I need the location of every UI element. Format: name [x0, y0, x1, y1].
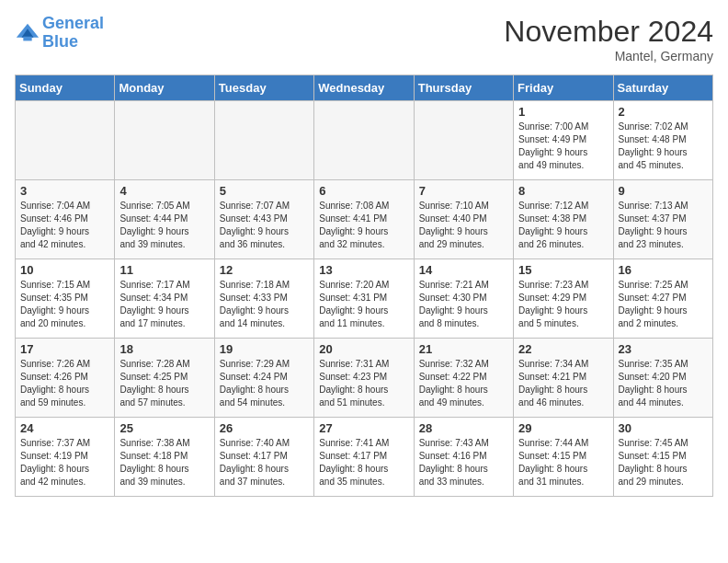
day-info: Sunrise: 7:08 AM Sunset: 4:41 PM Dayligh… [319, 200, 408, 251]
location: Mantel, Germany [504, 49, 713, 63]
day-info: Sunrise: 7:20 AM Sunset: 4:31 PM Dayligh… [319, 279, 408, 330]
day-info: Sunrise: 7:10 AM Sunset: 4:40 PM Dayligh… [419, 200, 508, 251]
calendar-cell: 3Sunrise: 7:04 AM Sunset: 4:46 PM Daylig… [16, 180, 115, 259]
logo: General Blue [15, 15, 104, 52]
weekday-header-friday: Friday [514, 75, 613, 101]
calendar-cell: 24Sunrise: 7:37 AM Sunset: 4:19 PM Dayli… [16, 418, 115, 497]
day-info: Sunrise: 7:15 AM Sunset: 4:35 PM Dayligh… [20, 279, 109, 330]
day-info: Sunrise: 7:32 AM Sunset: 4:22 PM Dayligh… [419, 358, 508, 409]
calendar-cell: 22Sunrise: 7:34 AM Sunset: 4:21 PM Dayli… [514, 339, 613, 418]
day-info: Sunrise: 7:35 AM Sunset: 4:20 PM Dayligh… [619, 358, 708, 409]
day-number: 6 [319, 184, 408, 198]
calendar-cell [314, 101, 414, 180]
day-info: Sunrise: 7:34 AM Sunset: 4:21 PM Dayligh… [518, 358, 608, 409]
calendar-cell [115, 101, 214, 180]
day-number: 13 [319, 263, 408, 277]
calendar-week-row: 3Sunrise: 7:04 AM Sunset: 4:46 PM Daylig… [16, 180, 713, 259]
calendar-cell: 27Sunrise: 7:41 AM Sunset: 4:17 PM Dayli… [314, 418, 414, 497]
calendar-cell: 29Sunrise: 7:44 AM Sunset: 4:15 PM Dayli… [514, 418, 613, 497]
day-info: Sunrise: 7:02 AM Sunset: 4:48 PM Dayligh… [619, 121, 708, 172]
day-number: 4 [119, 184, 209, 198]
day-number: 5 [220, 184, 309, 198]
day-info: Sunrise: 7:43 AM Sunset: 4:16 PM Dayligh… [419, 437, 508, 488]
day-number: 12 [220, 263, 309, 277]
day-info: Sunrise: 7:13 AM Sunset: 4:37 PM Dayligh… [619, 200, 708, 251]
calendar-cell: 6Sunrise: 7:08 AM Sunset: 4:41 PM Daylig… [314, 180, 414, 259]
day-number: 17 [20, 342, 109, 356]
day-number: 10 [20, 263, 109, 277]
day-info: Sunrise: 7:04 AM Sunset: 4:46 PM Dayligh… [20, 200, 109, 251]
day-number: 29 [518, 421, 608, 435]
calendar-table: SundayMondayTuesdayWednesdayThursdayFrid… [15, 75, 713, 497]
day-number: 18 [119, 342, 209, 356]
weekday-header-thursday: Thursday [414, 75, 513, 101]
day-number: 30 [619, 421, 708, 435]
weekday-header-tuesday: Tuesday [214, 75, 313, 101]
calendar-cell [214, 101, 313, 180]
calendar-cell: 4Sunrise: 7:05 AM Sunset: 4:44 PM Daylig… [115, 180, 214, 259]
calendar-cell: 14Sunrise: 7:21 AM Sunset: 4:30 PM Dayli… [414, 259, 513, 339]
calendar-cell: 18Sunrise: 7:28 AM Sunset: 4:25 PM Dayli… [115, 339, 214, 418]
calendar-cell: 21Sunrise: 7:32 AM Sunset: 4:22 PM Dayli… [414, 339, 513, 418]
day-number: 9 [619, 184, 708, 198]
calendar-week-row: 24Sunrise: 7:37 AM Sunset: 4:19 PM Dayli… [16, 418, 713, 497]
day-number: 2 [619, 105, 708, 119]
calendar-cell: 13Sunrise: 7:20 AM Sunset: 4:31 PM Dayli… [314, 259, 414, 339]
day-number: 14 [419, 263, 508, 277]
day-info: Sunrise: 7:44 AM Sunset: 4:15 PM Dayligh… [518, 437, 608, 488]
calendar-cell: 8Sunrise: 7:12 AM Sunset: 4:38 PM Daylig… [514, 180, 613, 259]
calendar-cell: 12Sunrise: 7:18 AM Sunset: 4:33 PM Dayli… [214, 259, 313, 339]
day-number: 3 [20, 184, 109, 198]
day-number: 8 [518, 184, 608, 198]
calendar-cell: 2Sunrise: 7:02 AM Sunset: 4:48 PM Daylig… [613, 101, 712, 180]
calendar-cell: 28Sunrise: 7:43 AM Sunset: 4:16 PM Dayli… [414, 418, 513, 497]
logo-line2: Blue [42, 32, 78, 51]
day-number: 27 [319, 421, 408, 435]
logo-icon [15, 20, 40, 46]
day-info: Sunrise: 7:38 AM Sunset: 4:18 PM Dayligh… [119, 437, 209, 488]
calendar-cell: 15Sunrise: 7:23 AM Sunset: 4:29 PM Dayli… [514, 259, 613, 339]
day-info: Sunrise: 7:00 AM Sunset: 4:49 PM Dayligh… [518, 121, 608, 172]
calendar-cell: 19Sunrise: 7:29 AM Sunset: 4:24 PM Dayli… [214, 339, 313, 418]
day-number: 7 [419, 184, 508, 198]
calendar-cell: 10Sunrise: 7:15 AM Sunset: 4:35 PM Dayli… [16, 259, 115, 339]
calendar-cell: 30Sunrise: 7:45 AM Sunset: 4:15 PM Dayli… [613, 418, 712, 497]
day-number: 25 [119, 421, 209, 435]
calendar-week-row: 17Sunrise: 7:26 AM Sunset: 4:26 PM Dayli… [16, 339, 713, 418]
svg-rect-2 [23, 37, 31, 41]
calendar-week-row: 1Sunrise: 7:00 AM Sunset: 4:49 PM Daylig… [16, 101, 713, 180]
calendar-cell: 9Sunrise: 7:13 AM Sunset: 4:37 PM Daylig… [613, 180, 712, 259]
weekday-header-monday: Monday [115, 75, 214, 101]
calendar-cell: 11Sunrise: 7:17 AM Sunset: 4:34 PM Dayli… [115, 259, 214, 339]
weekday-header-wednesday: Wednesday [314, 75, 414, 101]
calendar-cell: 26Sunrise: 7:40 AM Sunset: 4:17 PM Dayli… [214, 418, 313, 497]
page-header: General Blue November 2024 Mantel, Germa… [15, 15, 713, 63]
calendar-week-row: 10Sunrise: 7:15 AM Sunset: 4:35 PM Dayli… [16, 259, 713, 339]
month-title: November 2024 [504, 15, 713, 49]
day-info: Sunrise: 7:40 AM Sunset: 4:17 PM Dayligh… [220, 437, 309, 488]
day-info: Sunrise: 7:17 AM Sunset: 4:34 PM Dayligh… [119, 279, 209, 330]
day-info: Sunrise: 7:37 AM Sunset: 4:19 PM Dayligh… [20, 437, 109, 488]
title-block: November 2024 Mantel, Germany [504, 15, 713, 63]
weekday-header-sunday: Sunday [16, 75, 115, 101]
calendar-cell: 23Sunrise: 7:35 AM Sunset: 4:20 PM Dayli… [613, 339, 712, 418]
calendar-cell: 25Sunrise: 7:38 AM Sunset: 4:18 PM Dayli… [115, 418, 214, 497]
weekday-header-saturday: Saturday [613, 75, 712, 101]
day-number: 26 [220, 421, 309, 435]
day-number: 16 [619, 263, 708, 277]
day-info: Sunrise: 7:25 AM Sunset: 4:27 PM Dayligh… [619, 279, 708, 330]
day-info: Sunrise: 7:05 AM Sunset: 4:44 PM Dayligh… [119, 200, 209, 251]
day-number: 24 [20, 421, 109, 435]
day-number: 28 [419, 421, 508, 435]
day-number: 21 [419, 342, 508, 356]
calendar-body: 1Sunrise: 7:00 AM Sunset: 4:49 PM Daylig… [16, 101, 713, 497]
day-info: Sunrise: 7:18 AM Sunset: 4:33 PM Dayligh… [220, 279, 309, 330]
day-number: 1 [518, 105, 608, 119]
day-number: 15 [518, 263, 608, 277]
day-number: 23 [619, 342, 708, 356]
day-info: Sunrise: 7:28 AM Sunset: 4:25 PM Dayligh… [119, 358, 209, 409]
day-number: 22 [518, 342, 608, 356]
day-info: Sunrise: 7:31 AM Sunset: 4:23 PM Dayligh… [319, 358, 408, 409]
day-info: Sunrise: 7:41 AM Sunset: 4:17 PM Dayligh… [319, 437, 408, 488]
day-number: 19 [220, 342, 309, 356]
